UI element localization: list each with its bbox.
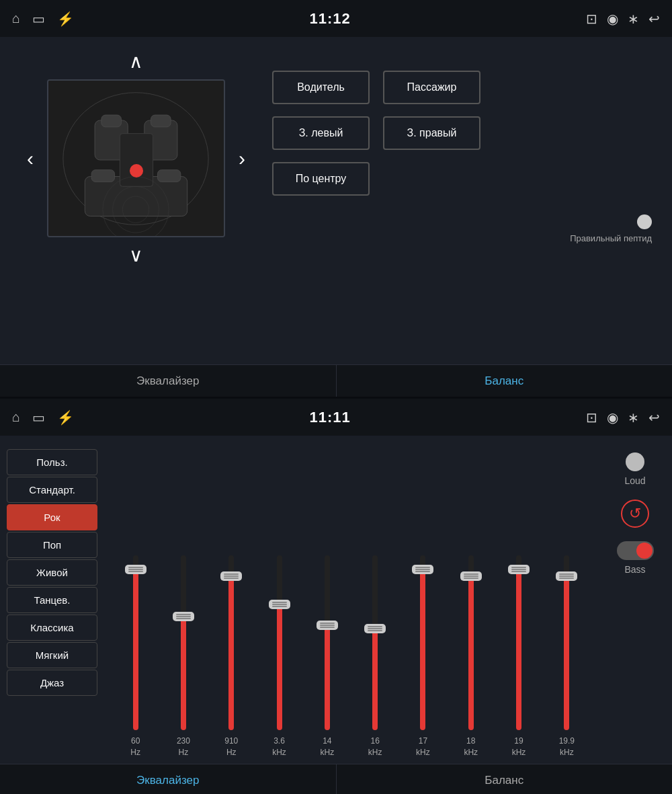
cast-icon-b[interactable]: ⊡: [586, 409, 597, 426]
slider-thumb-0[interactable]: [125, 565, 146, 574]
slider-thumb-3[interactable]: [269, 600, 290, 609]
svg-rect-5: [151, 115, 171, 127]
slider-thumb-5[interactable]: [364, 624, 386, 633]
slider-track-9[interactable]: [564, 555, 569, 730]
center-button[interactable]: По центру: [272, 162, 370, 196]
slider-col-5: 16 kHz: [353, 555, 396, 758]
preset-item-4[interactable]: Живой: [7, 559, 97, 586]
slider-track-8[interactable]: [516, 555, 521, 730]
preset-list: Польз.Стандарт.РокПопЖивойТанцев.Классик…: [0, 446, 104, 758]
rear-left-button[interactable]: З. левый: [272, 116, 370, 150]
top-status-left: ⌂ ▭ ⚡: [12, 11, 74, 27]
car-image-container: [47, 79, 225, 237]
cast-icon[interactable]: ⊡: [586, 11, 597, 27]
eq-content: Польз.Стандарт.РокПопЖивойТанцев.Классик…: [0, 436, 672, 758]
slider-col-7: 18 kHz: [450, 555, 492, 758]
home-icon[interactable]: ⌂: [12, 11, 20, 26]
preset-item-2[interactable]: Рок: [7, 504, 97, 530]
svg-rect-4: [101, 115, 121, 127]
nav-right-button[interactable]: ›: [232, 147, 252, 170]
back-icon-b[interactable]: ↩: [648, 409, 660, 426]
slider-thumb-2[interactable]: [220, 571, 242, 581]
slider-track-1[interactable]: [181, 555, 186, 730]
slider-col-6: 17 kHz: [402, 555, 444, 758]
loud-group: Loud: [624, 452, 645, 486]
driver-button[interactable]: Водитель: [272, 71, 370, 104]
screen-icon-b[interactable]: ▭: [32, 409, 45, 426]
bass-toggle-knob: [636, 543, 653, 559]
eq-sliders: 60 Hz230 Hz910 Hz3.6 kHz14 kHz16 kHz17 k…: [104, 446, 598, 758]
usb-icon[interactable]: ⚡: [57, 11, 74, 27]
position-dot[interactable]: [130, 164, 143, 177]
loud-indicator[interactable]: [626, 452, 644, 471]
car-interior-svg: [48, 81, 224, 236]
slider-thumb-6[interactable]: [412, 565, 433, 574]
zone-buttons-row3: По центру: [272, 162, 652, 196]
top-time: 11:12: [309, 10, 350, 28]
slider-thumb-1[interactable]: [173, 612, 194, 621]
freq-label-7: 18 kHz: [464, 736, 478, 758]
freq-label-9: 19.9 kHz: [559, 736, 575, 758]
preset-item-7[interactable]: Мягкий: [7, 642, 97, 668]
slider-thumb-7[interactable]: [460, 571, 482, 581]
bottom-status-right: ⊡ ◉ ∗ ↩: [586, 409, 660, 426]
tab-equalizer-top[interactable]: Эквалайзер: [0, 365, 337, 397]
screen-icon[interactable]: ▭: [32, 11, 45, 27]
freq-label-1: 230 Hz: [177, 736, 190, 758]
car-image-area: ∧ ‹: [20, 50, 252, 266]
home-icon-b[interactable]: ⌂: [12, 409, 20, 425]
zone-buttons-row2: З. левый З. правый: [272, 116, 652, 150]
slider-track-0[interactable]: [133, 555, 138, 730]
back-icon[interactable]: ↩: [648, 11, 660, 27]
slider-thumb-9[interactable]: [556, 571, 577, 581]
slider-col-8: 19 kHz: [497, 555, 540, 758]
bass-group: Bass: [617, 541, 654, 575]
slider-thumb-8[interactable]: [508, 565, 530, 574]
preset-item-0[interactable]: Польз.: [7, 449, 97, 475]
slider-thumb-4[interactable]: [317, 621, 338, 630]
passenger-button[interactable]: Пассажир: [383, 71, 480, 104]
peptide-area: Правильный пептид: [570, 214, 652, 243]
reset-button[interactable]: ↺: [621, 500, 649, 528]
tab-equalizer-bottom[interactable]: Эквалайзер: [0, 764, 337, 794]
slider-col-2: 910 Hz: [210, 555, 253, 758]
nav-down-button[interactable]: ∨: [129, 244, 143, 266]
bottom-time: 11:11: [309, 409, 350, 426]
peptide-dot: [637, 214, 652, 229]
freq-label-3: 3.6 kHz: [272, 736, 286, 758]
slider-col-4: 14 kHz: [306, 555, 348, 758]
preset-item-8[interactable]: Джаз: [7, 670, 97, 696]
svg-rect-9: [157, 170, 180, 182]
bass-label: Bass: [624, 564, 645, 575]
top-status-bar: ⌂ ▭ ⚡ 11:12 ⊡ ◉ ∗ ↩: [0, 0, 672, 37]
preset-item-6[interactable]: Классика: [7, 614, 97, 641]
location-icon-b[interactable]: ◉: [607, 409, 618, 426]
slider-track-7[interactable]: [468, 555, 474, 730]
preset-item-3[interactable]: Поп: [7, 532, 97, 558]
freq-label-8: 19 kHz: [512, 736, 526, 758]
preset-item-1[interactable]: Стандарт.: [7, 477, 97, 503]
bluetooth-icon-b[interactable]: ∗: [628, 409, 639, 426]
bluetooth-icon[interactable]: ∗: [628, 11, 639, 27]
slider-col-0: 60 Hz: [114, 555, 157, 758]
rear-right-button[interactable]: З. правый: [383, 116, 480, 150]
location-icon[interactable]: ◉: [607, 11, 618, 27]
zone-buttons-row1: Водитель Пассажир: [272, 71, 652, 104]
bottom-tab-bar: Эквалайзер Баланс: [0, 764, 672, 794]
nav-up-button[interactable]: ∧: [129, 50, 143, 73]
slider-track-6[interactable]: [420, 555, 425, 730]
bottom-status-bar: ⌂ ▭ ⚡ 11:11 ⊡ ◉ ∗ ↩: [0, 399, 672, 436]
slider-track-5[interactable]: [372, 555, 378, 730]
usb-icon-b[interactable]: ⚡: [57, 409, 74, 426]
tab-balance-top[interactable]: Баланс: [337, 365, 673, 397]
bottom-panel: ⌂ ▭ ⚡ 11:11 ⊡ ◉ ∗ ↩ Польз.Стандарт.РокПо…: [0, 399, 672, 794]
preset-item-5[interactable]: Танцев.: [7, 587, 97, 613]
tab-balance-bottom[interactable]: Баланс: [337, 764, 673, 794]
slider-col-1: 230 Hz: [162, 555, 204, 758]
nav-left-button[interactable]: ‹: [20, 147, 40, 170]
slider-col-3: 3.6 kHz: [258, 555, 300, 758]
slider-track-3[interactable]: [277, 555, 282, 730]
slider-track-4[interactable]: [325, 555, 330, 730]
bass-toggle[interactable]: [617, 541, 654, 560]
slider-track-2[interactable]: [228, 555, 234, 730]
